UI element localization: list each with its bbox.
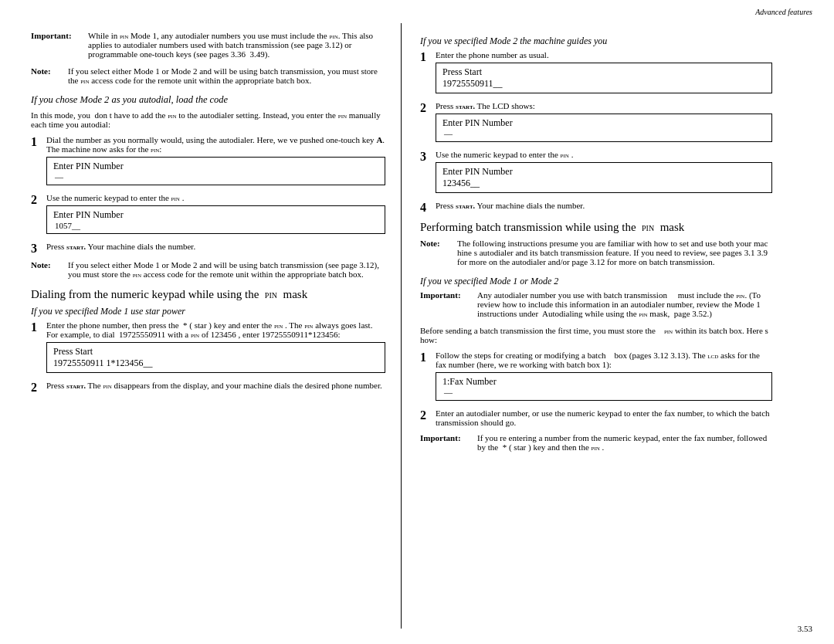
step3c-number: 3 — [420, 150, 431, 164]
note2-text: If you select either Mode 1 or Mode 2 an… — [68, 260, 385, 279]
note-block-3: Note: The following instructions presume… — [420, 239, 772, 266]
note1-label: Note: — [31, 66, 65, 85]
step2-number: 2 — [31, 193, 42, 207]
step1c-number: 1 — [420, 50, 431, 64]
step3c-lcd-line2: 123456__ — [442, 178, 765, 189]
step1-lcd-line2: — — [53, 172, 378, 181]
step2c-lcd-line1: Enter PIN Number — [442, 117, 765, 129]
important3-label: Important: — [420, 433, 474, 452]
step3-text: Press start. Your machine dials the numb… — [46, 242, 385, 251]
step1b-lcd: Press Start 19725550911 1*123456__ — [46, 342, 385, 373]
performing-heading-text: Performing batch transmission while usin… — [420, 221, 684, 233]
sub-heading1: If you ve specified Mode 1 use star powe… — [31, 306, 385, 317]
step1: 1 Dial the number as you normally would,… — [31, 135, 385, 188]
step3c-text: Use the numeric keypad to enter the pin … — [436, 150, 772, 159]
step2c-text: Press start. The LCD shows: — [436, 101, 772, 110]
dialing-heading-text: Dialing from the numeric keypad while us… — [31, 288, 307, 300]
step2b: 2 Press start. The pin disappears from t… — [31, 381, 385, 395]
step2d-content: Enter an autodialer number, or use the n… — [436, 408, 772, 429]
step1c: 1 Enter the phone number as usual. Press… — [420, 50, 772, 97]
step1-text: Dial the number as you normally would, u… — [46, 135, 385, 154]
step1b-text: Enter the phone number, then press the *… — [46, 320, 385, 339]
step4c-number: 4 — [420, 201, 431, 215]
step2-lcd-line2: 1057__ — [53, 221, 378, 230]
step4c-text: Press start. Your machine dials the numb… — [436, 201, 772, 210]
performing-heading: Performing batch transmission while usin… — [420, 221, 772, 234]
important2-text: Any autodialer number you use with batch… — [477, 290, 772, 318]
step1d-lcd-line2: — — [442, 388, 765, 397]
section1-heading: If you chose Mode 2 as you autodial, loa… — [31, 94, 385, 106]
important1-text: While in pin Mode 1, any autodialer numb… — [88, 31, 385, 59]
step2d-number: 2 — [420, 408, 431, 422]
page-container: Advanced features Important: While in pi… — [0, 0, 834, 644]
step1c-content: Enter the phone number as usual. Press S… — [436, 50, 772, 97]
step2c: 2 Press start. The LCD shows: Enter PIN … — [420, 101, 772, 145]
note3-label: Note: — [420, 239, 454, 266]
step3c-lcd: Enter PIN Number 123456__ — [436, 162, 772, 193]
step3-number: 3 — [31, 242, 42, 256]
section1-body: In this mode, you don t have to add the … — [31, 110, 385, 129]
content-area: Important: While in pin Mode 1, any auto… — [0, 0, 834, 644]
step2-lcd: Enter PIN Number 1057__ — [46, 205, 385, 234]
important-block-3: Important: If you re entering a number f… — [420, 433, 772, 452]
step1c-lcd: Press Start 19725550911__ — [436, 63, 772, 93]
note1-text: If you select either Mode 1 or Mode 2 an… — [68, 66, 385, 85]
step1b-number: 1 — [31, 320, 42, 334]
step1b: 1 Enter the phone number, then press the… — [31, 320, 385, 376]
step2d-text: Enter an autodialer number, or use the n… — [436, 408, 772, 427]
step2c-content: Press start. The LCD shows: Enter PIN Nu… — [436, 101, 772, 145]
step1c-lcd-line1: Press Start — [442, 66, 765, 78]
important1-label: Important: — [31, 31, 85, 59]
step1-lcd-line1: Enter PIN Number — [53, 161, 378, 172]
step1-lcd: Enter PIN Number — — [46, 157, 385, 185]
step2c-lcd: Enter PIN Number — — [436, 114, 772, 142]
note3-text: The following instructions presume you a… — [457, 239, 772, 266]
step2-content: Use the numeric keypad to enter the pin … — [46, 193, 385, 237]
step3-content: Press start. Your machine dials the numb… — [46, 242, 385, 253]
step1-number: 1 — [31, 135, 42, 149]
step2b-number: 2 — [31, 381, 42, 395]
note2-label: Note: — [31, 260, 65, 279]
important3-text: If you re entering a number from the num… — [477, 433, 772, 452]
advanced-features-label: Advanced features — [755, 8, 812, 16]
sub-heading3: If you ve specified Mode 1 or Mode 2 — [420, 276, 772, 287]
important2-label: Important: — [420, 290, 474, 318]
step3c-lcd-line1: Enter PIN Number — [442, 166, 765, 178]
step2b-content: Press start. The pin disappears from the… — [46, 381, 385, 391]
step1d-content: Follow the steps for creating or modifyi… — [436, 351, 772, 404]
sub-heading2: If you ve specified Mode 2 the machine g… — [420, 36, 772, 47]
step1d-number: 1 — [420, 351, 431, 364]
step1b-lcd-line1: Press Start — [53, 346, 378, 358]
step2-lcd-line1: Enter PIN Number — [53, 209, 378, 221]
important-block-1: Important: While in pin Mode 1, any auto… — [31, 31, 385, 59]
step1b-lcd-line2: 19725550911 1*123456__ — [53, 358, 378, 369]
step2c-lcd-line2: — — [442, 129, 765, 138]
step1d-text: Follow the steps for creating or modifyi… — [436, 351, 772, 369]
note-block-2: Note: If you select either Mode 1 or Mod… — [31, 260, 385, 279]
step3c-content: Use the numeric keypad to enter the pin … — [436, 150, 772, 196]
step2-text: Use the numeric keypad to enter the pin … — [46, 193, 385, 202]
batch-body: Before sending a batch transmission the … — [420, 326, 772, 344]
step1c-lcd-line2: 19725550911__ — [442, 78, 765, 90]
step1b-content: Enter the phone number, then press the *… — [46, 320, 385, 376]
step1d: 1 Follow the steps for creating or modif… — [420, 351, 772, 404]
right-column: If you ve specified Mode 2 the machine g… — [402, 23, 772, 629]
step2c-number: 2 — [420, 101, 431, 115]
note-block-1: Note: If you select either Mode 1 or Mod… — [31, 66, 385, 85]
page-number: 3.53 — [798, 624, 812, 633]
important-block-2: Important: Any autodialer number you use… — [420, 290, 772, 318]
step1-content: Dial the number as you normally would, u… — [46, 135, 385, 188]
step4c: 4 Press start. Your machine dials the nu… — [420, 201, 772, 215]
step1d-lcd: 1:Fax Number — — [436, 372, 772, 401]
dialing-heading: Dialing from the numeric keypad while us… — [31, 288, 385, 301]
step2: 2 Use the numeric keypad to enter the pi… — [31, 193, 385, 237]
step2d: 2 Enter an autodialer number, or use the… — [420, 408, 772, 429]
step3c: 3 Use the numeric keypad to enter the pi… — [420, 150, 772, 196]
left-column: Important: While in pin Mode 1, any auto… — [31, 23, 402, 629]
step4c-content: Press start. Your machine dials the numb… — [436, 201, 772, 212]
step1c-text: Enter the phone number as usual. — [436, 50, 772, 59]
step1d-lcd-line1: 1:Fax Number — [442, 376, 765, 388]
step2b-text: Press start. The pin disappears from the… — [46, 381, 385, 390]
step3: 3 Press start. Your machine dials the nu… — [31, 242, 385, 256]
